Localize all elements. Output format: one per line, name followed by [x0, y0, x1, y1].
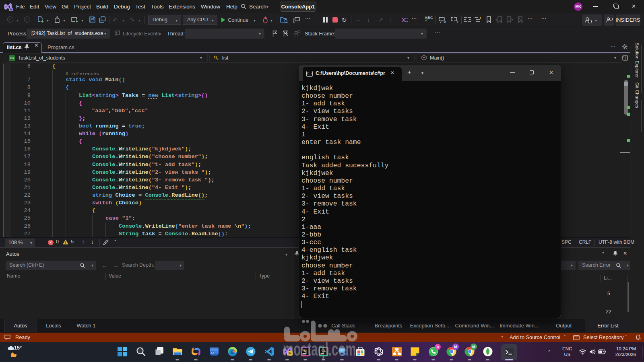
svg-text:IN: IN [10, 8, 12, 11]
svg-text:mostaql.com: mostaql.com [283, 339, 356, 359]
svg-text:!: ! [65, 241, 66, 245]
